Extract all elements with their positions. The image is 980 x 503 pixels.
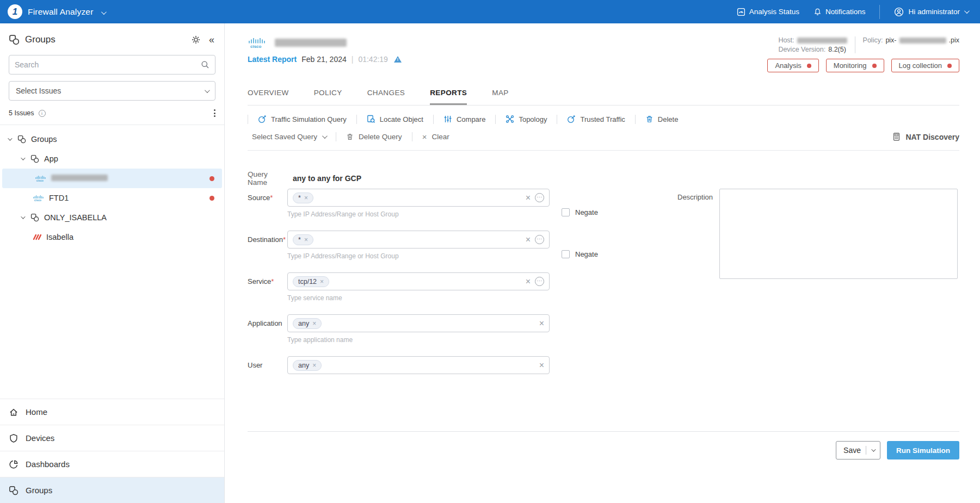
destination-input[interactable]: * × × ··· [287,231,550,249]
select-saved-query-dropdown[interactable]: Select Saved Query [248,133,336,141]
user-input[interactable]: any × × [287,356,550,374]
warning-icon[interactable] [394,56,402,63]
delete-query-button[interactable]: Delete Query [336,133,412,141]
chip-remove-icon[interactable]: × [304,194,308,202]
topology-button[interactable]: Topology [496,113,557,126]
description-textarea[interactable] [719,189,958,279]
save-button[interactable]: Save [836,441,880,459]
chip-remove-icon[interactable]: × [304,236,308,244]
traffic-simulation-query-button[interactable]: Traffic Simulation Query [248,113,356,126]
trusted-traffic-button[interactable]: Trusted Traffic [557,113,634,126]
clear-field-icon[interactable]: × [526,235,531,245]
required-mark: * [271,277,274,285]
locate-object-icon [367,115,375,123]
tab-overview[interactable]: OVERVIEW [248,83,289,105]
destination-negate-checkbox[interactable] [562,250,570,258]
clear-field-icon[interactable]: × [539,361,544,370]
app-switcher-chevron-icon[interactable] [101,7,105,17]
search-input[interactable] [15,60,201,69]
chip-remove-icon[interactable]: × [312,362,316,369]
chip-value: any [298,362,309,369]
required-mark: * [270,194,273,202]
log-collection-status-button[interactable]: Log collection [891,59,960,72]
more-values-icon[interactable]: ··· [535,193,544,202]
expander-chevron-icon[interactable] [8,136,12,140]
tree-node-groups[interactable]: Groups [0,129,224,149]
sidebar-bottom-nav: Home Devices Dashboards Groups [0,399,224,503]
run-simulation-button[interactable]: Run Simulation [887,441,959,459]
tree-node-device-selected[interactable]: cisco [2,169,222,188]
nav-item-label: Dashboards [26,459,70,469]
close-icon: × [422,132,427,141]
log-collection-button-label: Log collection [899,61,942,70]
description-block: Description [677,189,958,279]
info-icon[interactable]: i [39,110,46,117]
analysis-status-label: Analysis Status [749,8,799,16]
analysis-status-button[interactable]: Analysis Status [737,8,799,16]
select-issues-dropdown[interactable]: Select Issues [9,81,215,101]
negate-label: Negate [575,250,598,258]
user-avatar-icon [894,7,904,17]
main-content: cisco Latest Report Feb 21, 2024 | 01:42… [225,23,980,503]
chip-value: any [298,320,309,327]
tab-map[interactable]: MAP [492,83,508,105]
application-input[interactable]: any × × [287,314,550,332]
nav-item-home[interactable]: Home [0,399,224,425]
host-label: Host: [778,36,794,44]
application-helper-text: Type application name [287,336,550,344]
save-options-chevron-icon[interactable] [871,447,876,451]
service-input[interactable]: tcp/12 × × ··· [287,272,550,290]
chip-remove-icon[interactable]: × [320,278,324,285]
policy-suffix: .pix [949,36,959,44]
expander-chevron-icon[interactable] [21,214,25,219]
toolbar-label: Traffic Simulation Query [271,115,347,123]
nav-item-groups[interactable]: Groups [0,477,224,503]
expander-chevron-icon[interactable] [21,156,25,160]
nav-item-label: Groups [26,486,52,495]
tree-node-label: App [44,154,58,163]
pie-chart-icon [9,459,19,469]
search-icon[interactable] [201,60,209,69]
more-values-icon[interactable]: ··· [535,277,544,286]
tab-bar: OVERVIEW POLICY CHANGES REPORTS MAP [248,83,959,105]
tab-changes[interactable]: CHANGES [367,83,405,105]
monitoring-status-button[interactable]: Monitoring [826,59,884,72]
tree-node-app[interactable]: App [0,149,224,169]
groups-icon [9,486,19,495]
nav-item-dashboards[interactable]: Dashboards [0,451,224,477]
more-values-icon[interactable]: ··· [535,235,544,244]
tree-node-only-isabella[interactable]: ONLY_ISABELLA [0,208,224,227]
compare-sliders-icon [443,115,452,123]
nat-discovery-button[interactable]: NAT Discovery [892,132,959,141]
tree-node-isabella[interactable]: Isabella [0,227,224,247]
compare-button[interactable]: Compare [434,113,495,126]
nat-discovery-label: NAT Discovery [905,133,959,141]
latest-report-link[interactable]: Latest Report [248,55,297,64]
more-options-icon[interactable] [214,109,215,117]
chip-remove-icon[interactable]: × [312,320,316,327]
shield-icon [9,433,19,443]
gear-icon[interactable] [192,35,200,44]
user-menu[interactable]: Hi administrator [894,7,968,17]
tab-reports[interactable]: REPORTS [430,83,467,105]
clear-field-icon[interactable]: × [539,319,544,328]
clear-field-icon[interactable]: × [526,277,531,287]
clear-button[interactable]: × Clear [412,132,459,141]
source-negate-checkbox[interactable] [562,208,570,216]
clear-field-icon[interactable]: × [526,193,531,203]
topbar-divider [879,5,880,19]
collapse-sidebar-icon[interactable]: « [209,35,214,45]
nav-item-devices[interactable]: Devices [0,425,224,451]
locate-object-button[interactable]: Locate Object [357,113,433,126]
notifications-button[interactable]: Notifications [813,8,866,16]
delete-query-label: Delete Query [359,133,402,141]
delete-button[interactable]: Delete [636,113,688,126]
app-title: Firewall Analyzer [28,7,94,17]
tab-policy[interactable]: POLICY [314,83,342,105]
group-icon [30,213,39,222]
device-version-value: 8.2(5) [828,46,846,53]
analysis-status-button[interactable]: Analysis [767,59,818,72]
status-dot-red [209,176,214,181]
source-input[interactable]: * × × ··· [287,189,550,207]
tree-node-ftd1[interactable]: cisco FTD1 [0,188,224,208]
